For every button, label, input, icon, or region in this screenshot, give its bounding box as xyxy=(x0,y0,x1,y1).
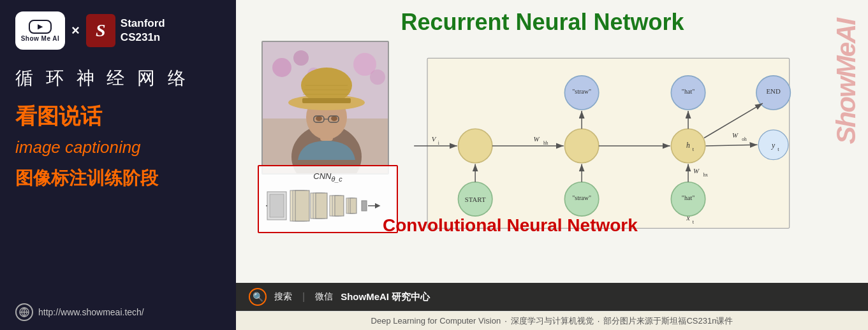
svg-rect-32 xyxy=(335,196,344,216)
svg-point-45 xyxy=(458,129,492,162)
svg-point-3 xyxy=(272,58,291,77)
cnn-title: Convolutional Neural Network xyxy=(383,215,638,236)
bottom-bar: 🔍 搜索 | 微信 ShowMeAI 研究中心 xyxy=(236,283,868,311)
cnn-label: CNNθ_c xyxy=(313,171,342,183)
caption-stage: 图像标注训练阶段 xyxy=(15,166,221,190)
svg-text:START: START xyxy=(465,196,486,203)
svg-rect-23 xyxy=(270,194,284,217)
showmeai-label: Show Me AI xyxy=(21,35,60,42)
svg-text:W: W xyxy=(693,167,700,175)
main-content: Recurrent Neural Network xyxy=(236,0,868,283)
stanford-course: CS231n xyxy=(121,31,165,45)
showmeai-icon xyxy=(29,20,52,34)
stanford-name: Stanford xyxy=(121,17,165,31)
divider: | xyxy=(302,291,305,303)
svg-text:"straw": "straw" xyxy=(572,194,591,201)
wechat-label: 微信 xyxy=(315,291,333,303)
left-panel: Show Me AI × S Stanford CS231n 循 环 神 经 网… xyxy=(0,0,236,330)
website-row: http://www.showmeai.tech/ xyxy=(15,303,221,321)
svg-text:hh: hh xyxy=(543,140,548,146)
svg-text:oh: oh xyxy=(742,136,747,142)
svg-point-4 xyxy=(293,50,309,66)
logo-row: Show Me AI × S Stanford CS231n xyxy=(15,11,221,50)
svg-text:h: h xyxy=(686,141,690,150)
cnn-visual xyxy=(266,185,390,227)
svg-point-46 xyxy=(564,129,598,162)
chinese-subtitle: 看图说话 xyxy=(15,102,221,131)
svg-text:"hat": "hat" xyxy=(682,88,695,95)
svg-rect-35 xyxy=(350,198,357,213)
svg-text:W: W xyxy=(732,131,739,139)
svg-text:i: i xyxy=(438,140,439,146)
watermark: ShowMeAI xyxy=(831,19,862,144)
stanford-logo: S Stanford CS231n xyxy=(86,14,165,47)
chinese-title: 循 环 神 经 网 络 xyxy=(15,66,221,90)
svg-rect-13 xyxy=(302,98,351,103)
svg-rect-26 xyxy=(295,190,309,221)
english-subtitle: image captioning xyxy=(15,138,221,157)
search-label: 搜索 xyxy=(274,291,292,303)
showmeai-logo: Show Me AI xyxy=(15,11,65,50)
footer-text2: 深度学习与计算机视觉 xyxy=(511,315,594,327)
cross-symbol: × xyxy=(71,22,80,39)
person-photo xyxy=(261,41,389,175)
cnn-box: CNNθ_c xyxy=(258,165,398,233)
svg-text:END: END xyxy=(766,87,780,95)
footer-text1: Deep Learning for Computer Vision xyxy=(371,316,501,326)
brand-label: ShowMeAI 研究中心 xyxy=(341,291,430,303)
footer-text3: 部分图片来源于斯坦福CS231n课件 xyxy=(603,315,733,327)
stanford-text: Stanford CS231n xyxy=(121,17,165,45)
footer-dot2: · xyxy=(598,316,600,326)
svg-text:"straw": "straw" xyxy=(572,88,591,95)
website-icon xyxy=(15,303,33,321)
svg-text:"hat": "hat" xyxy=(682,194,695,201)
svg-text:W: W xyxy=(534,135,540,143)
svg-point-7 xyxy=(370,69,385,85)
svg-point-17 xyxy=(316,116,322,121)
svg-point-18 xyxy=(331,116,337,121)
svg-text:x: x xyxy=(686,214,690,222)
footer-bar: Deep Learning for Computer Vision · 深度学习… xyxy=(236,311,868,330)
rnn-title: Recurrent Neural Network xyxy=(255,9,830,36)
footer-dot1: · xyxy=(504,316,507,326)
svg-text:y: y xyxy=(771,141,776,150)
stanford-s-letter: S xyxy=(86,14,115,47)
svg-text:hx: hx xyxy=(703,172,708,178)
svg-rect-29 xyxy=(316,193,327,219)
search-icon: 🔍 xyxy=(249,288,267,306)
website-url: http://www.showmeai.tech/ xyxy=(38,307,144,317)
diagram-area: CNNθ_c xyxy=(255,41,830,283)
svg-rect-36 xyxy=(362,201,367,211)
right-panel: Recurrent Neural Network xyxy=(236,0,868,330)
